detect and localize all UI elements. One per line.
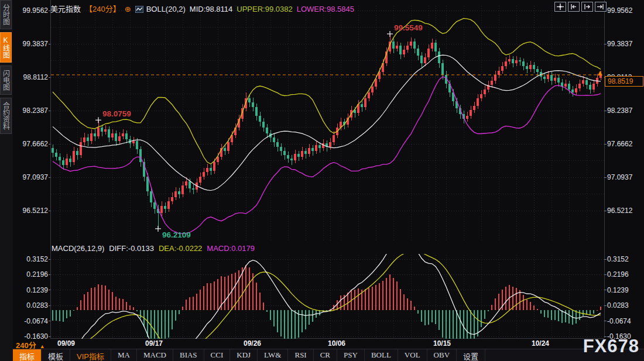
x-axis-label-10/06: 10/06 [328, 339, 345, 348]
axis-tick--0.0674: -0.0674 [607, 317, 642, 325]
axis-tick-98.2387: 98.2387 [14, 106, 48, 115]
axis-tick-96.5212: 96.5212 [14, 207, 48, 215]
x-axis-label-10/24: 10/24 [532, 339, 549, 348]
axis-tick-0.1239: 0.1239 [14, 286, 48, 294]
macd-diff-value: DIFF:-0.0133 [109, 244, 154, 253]
toolbar-item-模板[interactable]: 模板 [42, 349, 70, 361]
price-annotation-96.2109: 96.2109 [162, 231, 191, 239]
price-annotation-98.0759: 98.0759 [102, 109, 131, 118]
toolbar-item-指标[interactable]: 指标 [13, 349, 42, 361]
sidebar-tab-分时图[interactable]: 分时图 [0, 0, 12, 29]
boll-mid-value: MID:98.8114 [190, 5, 232, 13]
toolbar-item-CR[interactable]: CR [314, 349, 337, 361]
x-axis-label-09/17: 09/17 [145, 339, 163, 348]
axis-tick-98.8112: 98.8112 [14, 73, 48, 81]
axis-tick-0.1239: 0.1239 [607, 286, 642, 294]
toolbar-item-MACD[interactable]: MACD [137, 349, 173, 361]
toolbar-item-BIAS[interactable]: BIAS [173, 349, 204, 361]
axis-tick-0.3152: 0.3152 [14, 255, 48, 263]
macd-header: MACD(26,12,9)DIFF:-0.0133DEA:-0.0222MACD… [52, 244, 259, 253]
toolbar-item-LW&[interactable]: LW& [258, 349, 288, 361]
axis-tick-97.6662: 97.6662 [14, 140, 48, 148]
axis-tick-99.3837: 99.3837 [14, 40, 48, 48]
toolbar-item-VIP指标[interactable]: VIP指标 [70, 349, 111, 361]
toolbar-item-VOL[interactable]: VOL [398, 349, 427, 361]
macd-params-label: MACD(26,12,9) [52, 244, 104, 253]
toolbar-item-PSY[interactable]: PSY [337, 349, 365, 361]
boll-indicator-icon [135, 6, 143, 13]
axis-tick-98.2387: 98.2387 [607, 106, 642, 115]
toolbar-item-OBV[interactable]: OBV [427, 349, 457, 361]
add-indicator-icon[interactable]: ⊕ [125, 5, 131, 13]
sidebar-tab-K线图[interactable]: K线图 [0, 32, 12, 63]
boll-upper-value: UPPER:99.0382 [237, 5, 292, 13]
current-price-tag: 98.8519 [605, 76, 643, 87]
macd-dea-value: DEA:-0.0222 [159, 244, 202, 253]
x-axis-label-10/15: 10/15 [433, 339, 451, 348]
axis-tick-0.0283: 0.0283 [607, 301, 642, 310]
axis-tick-99.3837: 99.3837 [607, 40, 642, 48]
axis-tick-96.5212: 96.5212 [607, 207, 642, 215]
toolbar-item-KDJ[interactable]: KDJ [230, 349, 258, 361]
kline-macd-chart[interactable]: 99.554998.075996.2109 [0, 0, 644, 361]
axis-tick-99.9562: 99.9562 [14, 6, 48, 15]
x-axis-label-09/26: 09/26 [244, 339, 261, 348]
toolbar-item-RSI[interactable]: RSI [288, 349, 313, 361]
toolbar-item-MA[interactable]: MA [111, 349, 137, 361]
pan-forward-icon[interactable] [581, 2, 593, 12]
period-label: 【240分】 [85, 5, 121, 13]
macd-macd-value: MACD:0.0179 [207, 244, 255, 253]
axis-tick-97.6662: 97.6662 [607, 140, 642, 148]
go-latest-icon[interactable] [595, 2, 607, 12]
axis-tick--0.0674: -0.0674 [14, 317, 48, 325]
trading-app-window: 99.554998.075996.2109 分时图K线图闪电图合约资料 美元指数… [0, 0, 644, 361]
axis-tick-97.0937: 97.0937 [607, 173, 642, 181]
x-axis-label-09/09: 09/09 [57, 339, 75, 348]
toolbar-item-设置[interactable]: 设置 [457, 349, 485, 361]
pan-back-icon[interactable] [568, 2, 580, 12]
sidebar-tab-闪电图[interactable]: 闪电图 [0, 66, 12, 95]
toolbar-item-BOLL[interactable]: BOLL [365, 349, 398, 361]
boll-label: BOLL(20,2) [146, 5, 186, 13]
chart-type-sidebar: 分时图K线图闪电图合约资料 [0, 0, 13, 361]
price-annotation-99.5549: 99.5549 [394, 23, 423, 32]
symbol-name: 美元指数 [50, 5, 81, 13]
axis-tick-0.2196: 0.2196 [14, 270, 48, 279]
sidebar-tab-合约资料[interactable]: 合约资料 [0, 98, 12, 134]
axis-tick-97.0937: 97.0937 [14, 173, 48, 181]
axis-tick-0.3152: 0.3152 [607, 255, 642, 263]
axis-tick-0.0283: 0.0283 [14, 301, 48, 310]
axis-tick-0.2196: 0.2196 [607, 270, 642, 279]
crosshair-icon[interactable] [554, 2, 566, 12]
chart-tools-group [554, 2, 607, 12]
boll-lower-value: LOWER:98.5845 [297, 5, 354, 13]
fx678-watermark: FX678 [583, 336, 639, 357]
indicator-toolbar: 指标模板VIP指标MAMACDBIASCCIKDJLW&RSICRPSYBOLL… [13, 349, 644, 361]
chart-header: 美元指数【240分】⊕BOLL(20,2)MID:98.8114UPPER:99… [50, 3, 358, 14]
toolbar-item-CCI[interactable]: CCI [204, 349, 231, 361]
axis-tick-99.9562: 99.9562 [607, 6, 642, 15]
